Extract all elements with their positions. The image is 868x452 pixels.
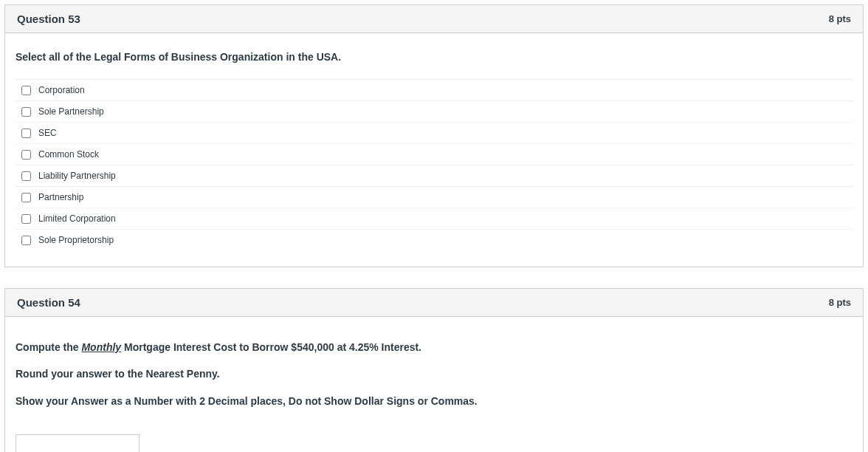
answer-label: Sole Partnership (38, 106, 104, 117)
prompt-prefix: Compute the (16, 341, 81, 353)
question-54-prompt-line1: Compute the Monthly Mortgage Interest Co… (16, 339, 852, 355)
question-53-title: Question 53 (17, 13, 80, 25)
answer-input[interactable] (16, 434, 140, 452)
question-53-answers: Corporation Sole Partnership SEC Common … (16, 79, 852, 250)
question-53-card: Question 53 8 pts Select all of the Lega… (4, 4, 864, 267)
prompt-suffix: Mortgage Interest Cost to Borrow $540,00… (121, 341, 421, 353)
answer-checkbox[interactable] (21, 171, 31, 181)
answer-checkbox[interactable] (21, 236, 31, 245)
answer-checkbox[interactable] (21, 150, 31, 160)
question-53-header: Question 53 8 pts (5, 5, 863, 33)
answer-option[interactable]: Liability Partnership (16, 165, 852, 187)
question-54-title: Question 54 (17, 296, 80, 309)
answer-checkbox[interactable] (21, 129, 31, 138)
question-54-card: Question 54 8 pts Compute the Monthly Mo… (4, 288, 864, 452)
question-53-body: Select all of the Legal Forms of Busines… (5, 33, 863, 267)
answer-checkbox[interactable] (21, 214, 31, 224)
answer-option[interactable]: Sole Proprietorship (16, 230, 852, 250)
answer-option[interactable]: SEC (16, 123, 852, 144)
answer-option[interactable]: Limited Corporation (16, 208, 852, 230)
prompt-monthly: Monthly (81, 341, 121, 353)
question-54-body: Compute the Monthly Mortgage Interest Co… (5, 317, 863, 452)
answer-label: Common Stock (38, 149, 99, 160)
answer-label: Limited Corporation (38, 213, 116, 224)
answer-option[interactable]: Corporation (16, 80, 852, 101)
answer-checkbox[interactable] (21, 86, 31, 95)
answer-label: Partnership (38, 192, 83, 202)
answer-label: Liability Partnership (38, 171, 116, 181)
question-54-header: Question 54 8 pts (5, 289, 863, 317)
answer-label: Corporation (38, 85, 85, 95)
answer-option[interactable]: Partnership (16, 187, 852, 208)
question-54-prompt-line2: Round your answer to the Nearest Penny. (16, 366, 852, 382)
answer-label: SEC (38, 128, 57, 138)
answer-label: Sole Proprietorship (38, 235, 114, 245)
answer-checkbox[interactable] (21, 107, 31, 117)
answer-option[interactable]: Sole Partnership (16, 101, 852, 123)
question-54-points: 8 pts (829, 297, 851, 308)
answer-option[interactable]: Common Stock (16, 144, 852, 165)
answer-checkbox[interactable] (21, 193, 31, 202)
question-54-prompt-line3: Show your Answer as a Number with 2 Deci… (16, 393, 852, 409)
question-53-prompt: Select all of the Legal Forms of Busines… (16, 51, 852, 63)
question-53-points: 8 pts (829, 13, 851, 24)
